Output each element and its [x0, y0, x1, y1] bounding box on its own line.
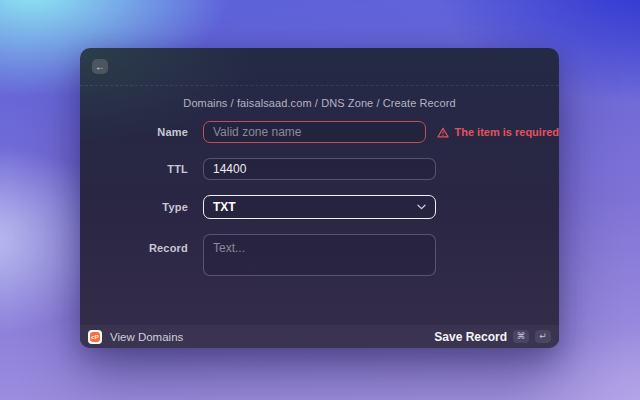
create-record-modal: ← Domains / faisalsaad.com / DNS Zone / … [80, 48, 559, 348]
type-label: Type [80, 201, 203, 213]
name-input[interactable] [203, 121, 426, 143]
view-domains-label: View Domains [110, 331, 183, 343]
cpanel-logo-icon: cP [88, 330, 102, 344]
type-select-value: TXT [213, 200, 236, 214]
ttl-input[interactable] [203, 158, 436, 180]
validation-error: The item is required [437, 126, 559, 138]
create-record-form: Name The item is required TTL Type [80, 121, 559, 276]
chevron-down-icon [417, 204, 426, 210]
back-arrow-icon: ← [95, 62, 105, 72]
record-textarea[interactable] [203, 234, 436, 276]
ttl-row: TTL [80, 158, 559, 180]
command-key-icon: ⌘ [513, 330, 529, 343]
return-key-icon: ↵ [535, 330, 551, 343]
view-domains-link[interactable]: cP View Domains [88, 330, 183, 344]
back-button[interactable]: ← [92, 59, 108, 74]
footer-actions: Save Record ⌘ ↵ [434, 330, 551, 344]
save-record-button[interactable]: Save Record [434, 330, 507, 344]
ttl-label: TTL [80, 163, 203, 175]
type-select[interactable]: TXT [203, 195, 436, 219]
warning-triangle-icon [437, 127, 449, 138]
modal-body: Domains / faisalsaad.com / DNS Zone / Cr… [80, 86, 559, 325]
error-text: The item is required [454, 126, 559, 138]
type-row: Type TXT [80, 195, 559, 219]
breadcrumb: Domains / faisalsaad.com / DNS Zone / Cr… [80, 97, 559, 109]
modal-footer: cP View Domains Save Record ⌘ ↵ [80, 325, 559, 348]
cpanel-logo-text: cP [90, 332, 100, 342]
modal-header: ← [80, 48, 559, 86]
record-row: Record [80, 234, 559, 276]
name-row: Name The item is required [80, 121, 559, 143]
name-label: Name [80, 126, 203, 138]
record-label: Record [80, 234, 203, 254]
